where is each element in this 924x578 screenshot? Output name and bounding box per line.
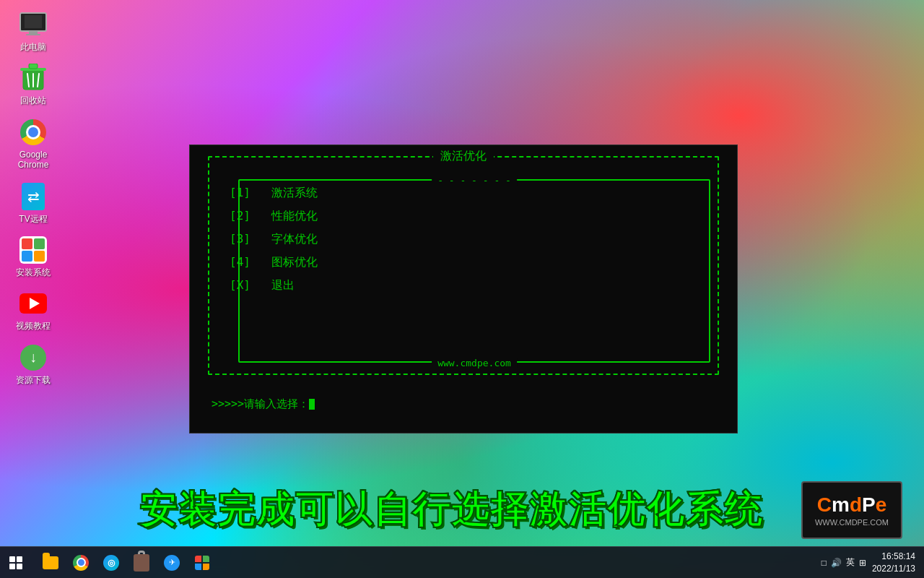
menu-item-1[interactable]: [1] 激活系统 [230, 181, 318, 204]
logo-c: C [817, 493, 832, 516]
cmd-cursor [309, 399, 315, 410]
resource-download-icon: ↓ [19, 343, 48, 372]
blue-circle-icon: ◎ [103, 555, 119, 571]
menu-item-4[interactable]: [4] 图标优化 [230, 251, 318, 274]
chrome-icon [19, 118, 48, 147]
recycle-bin-label: 回收站 [20, 95, 46, 105]
banner-text: 安装完成可以自行选择激活优化系统 [0, 485, 801, 535]
taskbar-clock[interactable]: 16:58:14 2022/11/13 [872, 551, 915, 575]
clock-time: 16:58:14 [872, 551, 915, 563]
video-tutorial-label: 视频教程 [16, 321, 51, 331]
this-pc-icon [19, 10, 48, 39]
taskbar-telegram[interactable]: ✈ [157, 548, 186, 577]
resource-download-label: 资源下载 [16, 375, 51, 385]
desktop-icons-container: 此电脑 回收站 GoogleChrome ⇄ TV远程 [7, 7, 59, 388]
desktop-icon-this-pc[interactable]: 此电脑 [7, 7, 59, 55]
start-button[interactable] [0, 547, 32, 579]
folder-icon [43, 556, 58, 569]
taskbar-chrome[interactable] [66, 548, 95, 577]
desktop-icon-recycle-bin[interactable]: 回收站 [7, 61, 59, 108]
tray-lang[interactable]: 英 [846, 556, 855, 569]
taskbar: ◎ ✈ □ 🔊 英 ⊞ 16:58:14 2022/11/13 [0, 546, 924, 578]
taskbar-file-explorer[interactable] [36, 548, 65, 577]
tray-icon-2: 🔊 [831, 558, 842, 568]
install-system-icon [19, 236, 48, 264]
tray-icon-3: ⊞ [859, 558, 866, 568]
svg-rect-2 [29, 31, 38, 34]
video-tutorial-icon [19, 289, 48, 318]
menu-item-2[interactable]: [2] 性能优化 [230, 204, 318, 228]
logo-e: e [876, 493, 887, 516]
logo-letters: CmdPe [817, 493, 887, 517]
install-system-label: 安装系统 [16, 267, 51, 277]
chrome-taskbar-icon [73, 555, 89, 571]
menu-item-x[interactable]: [X] 退出 [230, 274, 318, 297]
svg-rect-1 [25, 15, 42, 28]
tray-icon-1: □ [821, 558, 827, 568]
taskbar-icon-3[interactable]: ◎ [97, 548, 126, 577]
tv-remote-icon: ⇄ [19, 182, 48, 211]
tv-remote-label: TV远程 [19, 214, 47, 224]
desktop-icon-tv-remote[interactable]: ⇄ TV远程 [7, 179, 59, 227]
this-pc-label: 此电脑 [20, 42, 46, 52]
desktop-icon-video-tutorial[interactable]: 视频教程 [7, 286, 59, 334]
app-grid-icon [195, 556, 209, 570]
menu-item-3[interactable]: [3] 字体优化 [230, 228, 318, 251]
telegram-icon: ✈ [164, 555, 180, 571]
svg-rect-6 [29, 64, 38, 69]
shop-icon [134, 554, 149, 571]
desktop-icon-resource-download[interactable]: ↓ 资源下载 [7, 340, 59, 388]
taskbar-right: □ 🔊 英 ⊞ 16:58:14 2022/11/13 [821, 551, 924, 575]
clock-date: 2022/11/13 [872, 563, 915, 575]
taskbar-pinned-icons: ◎ ✈ [32, 548, 221, 577]
cmdpe-logo: CmdPe WWW.CMDPE.COM [801, 481, 902, 539]
windows-icon [9, 556, 22, 569]
taskbar-app-grid[interactable] [188, 548, 217, 577]
logo-d: d [850, 493, 862, 516]
cmd-url: www.cmdpe.com [432, 358, 517, 368]
cmd-window-title: 激活优化 [433, 149, 494, 164]
cmd-prompt: >>>>>请输入选择： [212, 397, 315, 411]
cmd-prompt-text: >>>>>请输入选择： [212, 397, 309, 410]
logo-p: P [862, 493, 876, 516]
system-tray-icons: □ 🔊 英 ⊞ [821, 556, 866, 569]
cmd-window: 激活优化 - - - - - - - www.cmdpe.com [1] 激活系… [189, 144, 738, 434]
chrome-label: GoogleChrome [18, 150, 49, 171]
desktop-icon-chrome[interactable]: GoogleChrome [7, 115, 59, 173]
taskbar-shop[interactable] [127, 548, 156, 577]
cmd-subtitle: - - - - - - - [432, 175, 517, 186]
cmd-menu: [1] 激活系统 [2] 性能优化 [3] 字体优化 [4] 图标优化 [X] … [230, 181, 318, 297]
desktop-icon-install-system[interactable]: 安装系统 [7, 233, 59, 280]
logo-m: m [832, 493, 850, 516]
recycle-bin-icon [19, 64, 48, 92]
bottom-banner: 安装完成可以自行选择激活优化系统 CmdPe WWW.CMDPE.COM [0, 474, 924, 546]
svg-rect-3 [26, 34, 40, 35]
logo-url: WWW.CMDPE.COM [815, 518, 889, 527]
